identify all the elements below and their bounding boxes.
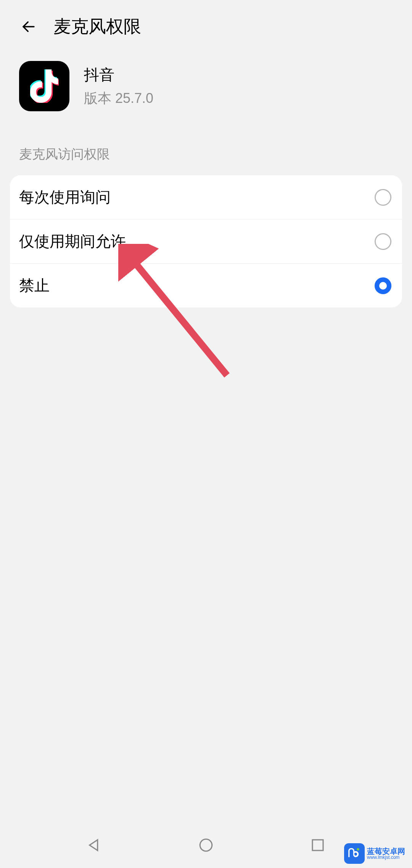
svg-marker-3 <box>89 840 97 850</box>
option-allow-while-using[interactable]: 仅使用期间允许 <box>10 219 402 264</box>
back-button[interactable] <box>19 17 38 36</box>
svg-point-4 <box>200 839 212 851</box>
watermark-title: 蓝莓安卓网 <box>367 847 405 855</box>
app-text: 抖音 版本 25.7.0 <box>84 64 153 108</box>
option-label: 仅使用期间允许 <box>19 231 126 252</box>
watermark-text: 蓝莓安卓网 www.lmkjst.com <box>367 847 405 860</box>
app-icon <box>19 61 69 111</box>
svg-point-6 <box>357 848 359 850</box>
circle-home-icon <box>198 837 214 853</box>
option-label: 禁止 <box>19 275 50 296</box>
triangle-back-icon <box>86 837 102 853</box>
tiktok-icon <box>30 69 59 103</box>
app-name: 抖音 <box>84 64 153 85</box>
nav-recent-button[interactable] <box>310 837 326 853</box>
radio-unselected-icon <box>375 233 391 250</box>
option-ask-every-time[interactable]: 每次使用询问 <box>10 175 402 219</box>
watermark-url: www.lmkjst.com <box>367 855 405 860</box>
svg-rect-5 <box>312 840 323 850</box>
radio-selected-icon <box>375 277 391 294</box>
section-label: 麦克风访问权限 <box>0 134 412 171</box>
nav-back-button[interactable] <box>86 837 102 853</box>
nav-home-button[interactable] <box>198 837 214 853</box>
option-deny[interactable]: 禁止 <box>10 264 402 307</box>
square-recent-icon <box>310 837 326 853</box>
watermark-icon <box>344 843 365 864</box>
back-arrow-icon <box>21 19 37 35</box>
radio-unselected-icon <box>375 189 391 206</box>
option-label: 每次使用询问 <box>19 187 111 208</box>
app-version: 版本 25.7.0 <box>84 89 153 108</box>
watermark: 蓝莓安卓网 www.lmkjst.com <box>344 842 409 865</box>
app-info-section: 抖音 版本 25.7.0 <box>0 50 412 134</box>
options-card: 每次使用询问 仅使用期间允许 禁止 <box>10 175 402 307</box>
header: 麦克风权限 <box>0 0 412 50</box>
page-title: 麦克风权限 <box>53 15 141 38</box>
